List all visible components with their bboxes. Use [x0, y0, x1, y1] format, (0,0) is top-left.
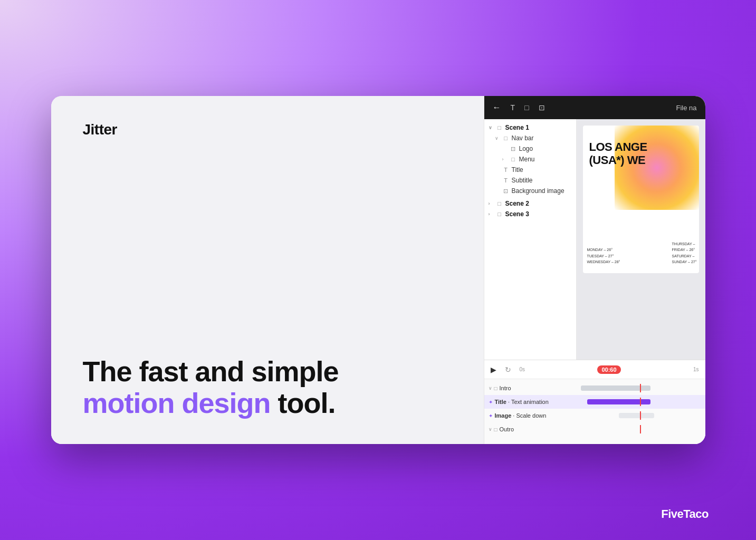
playhead	[640, 425, 641, 433]
canvas-gradient	[615, 126, 699, 210]
chevron-icon: ›	[502, 157, 508, 162]
canvas-preview: LOS ANGE(USA*) WE MONDAY – 26°TUESDAY – …	[583, 126, 699, 273]
time-marker-end: 1s	[693, 367, 699, 372]
tagline-line1: The fast and simple	[83, 356, 452, 387]
filename-label: File na	[676, 104, 696, 112]
play-button[interactable]: ▶	[491, 365, 496, 374]
layer-logo[interactable]: › ⊡ Logo	[484, 143, 576, 154]
layer-label: Scene 1	[505, 124, 529, 131]
tagline-purple: motion design	[83, 387, 271, 419]
app-logo: Jitter	[83, 121, 452, 138]
timeline-tracks: ∨ □ Intro ✦ Title · Text animation	[484, 379, 705, 444]
image-icon: ⊡	[510, 146, 517, 152]
canvas-schedule-left: MONDAY – 26°TUESDAY – 27°WEDNESDAY – 28°	[587, 247, 620, 265]
app-toolbar: ← T □ ⊡ File na	[484, 96, 705, 119]
rect-tool[interactable]: □	[524, 103, 529, 112]
layer-label: Nav bar	[512, 134, 534, 142]
timeline-controls: ▶ ↻ 0s 00:60 1s	[484, 360, 705, 379]
spark-icon: ✦	[489, 399, 493, 405]
image-tool[interactable]: ⊡	[539, 103, 545, 112]
back-button[interactable]: ←	[493, 103, 501, 112]
canvas-schedule-right: THURSDAY –FRIDAY – 26°SATURDAY –SUNDAY –…	[672, 241, 697, 265]
canvas-title: LOS ANGE(USA*) WE	[589, 140, 647, 167]
track-title-timeline	[575, 398, 701, 406]
frame-icon: □	[510, 156, 517, 162]
track-image-label: ✦ Image · Scale down	[489, 412, 570, 419]
track-title-label: ✦ Title · Text animation	[489, 399, 570, 405]
track-title-animation[interactable]: ✦ Title · Text animation	[484, 395, 705, 409]
layer-navbar[interactable]: ∨ □ Nav bar	[484, 133, 576, 143]
image-icon: ⊡	[502, 188, 510, 195]
app-main: ∨ □ Scene 1 ∨ □ Nav bar › ⊡ Logo	[484, 119, 705, 360]
chevron-icon: ∨	[489, 427, 492, 432]
track-image-animation[interactable]: ✦ Image · Scale down	[484, 409, 705, 422]
chevron-icon: ∨	[495, 136, 500, 141]
text-tool[interactable]: T	[511, 103, 515, 112]
layer-label: Background image	[512, 187, 564, 195]
tagline-black: tool.	[270, 387, 335, 419]
brand-taco: Taco	[683, 507, 709, 520]
playhead	[640, 398, 641, 406]
track-image-bar	[619, 413, 654, 418]
frame-icon: □	[496, 124, 503, 131]
chevron-icon: ›	[489, 211, 494, 217]
chevron-icon: ∨	[489, 385, 492, 391]
track-outro-timeline	[575, 425, 701, 433]
brand-five: Five	[661, 507, 683, 520]
frame-icon: □	[494, 427, 497, 432]
layer-label: Scene 3	[505, 210, 529, 218]
app-panel: ← T □ ⊡ File na ∨ □ Scene 1 ∨ □	[484, 96, 705, 444]
layer-scene3[interactable]: › □ Scene 3	[484, 209, 576, 219]
frame-icon: □	[494, 385, 497, 391]
layer-label: Menu	[519, 156, 535, 163]
timeline-ruler: 0s 00:60 1s	[520, 365, 699, 374]
frame-icon: □	[496, 200, 503, 207]
fivetaco-branding: FiveTaco	[661, 507, 709, 521]
track-intro-label: ∨ □ Intro	[489, 385, 570, 391]
layer-subtitle[interactable]: › T Subtitle	[484, 175, 576, 186]
timeline-panel: ▶ ↻ 0s 00:60 1s ∨ □ Intro	[484, 360, 705, 444]
tagline: The fast and simple motion design tool.	[83, 356, 452, 419]
canvas-area: LOS ANGE(USA*) WE MONDAY – 26°TUESDAY – …	[577, 119, 705, 360]
layer-scene1[interactable]: ∨ □ Scene 1	[484, 122, 576, 133]
chevron-icon: ›	[489, 201, 494, 206]
playhead	[640, 384, 641, 392]
track-outro-label: ∨ □ Outro	[489, 426, 570, 432]
time-marker-start: 0s	[520, 367, 525, 372]
tagline-line2: motion design tool.	[83, 388, 452, 419]
frame-icon: □	[496, 211, 503, 217]
layer-scene2[interactable]: › □ Scene 2	[484, 198, 576, 209]
chevron-icon: ∨	[489, 125, 494, 130]
text-icon: T	[502, 177, 510, 184]
layer-label: Subtitle	[512, 177, 533, 184]
left-panel: Jitter The fast and simple motion design…	[51, 96, 484, 444]
current-time-badge: 00:60	[597, 365, 620, 374]
layer-label: Scene 2	[505, 200, 529, 207]
track-outro[interactable]: ∨ □ Outro	[484, 422, 705, 436]
frame-icon: □	[502, 135, 510, 141]
playhead	[640, 411, 641, 420]
text-icon: T	[502, 167, 510, 173]
layer-background-image[interactable]: › ⊡ Background image	[484, 186, 576, 196]
track-intro[interactable]: ∨ □ Intro	[484, 381, 705, 395]
main-card: Jitter The fast and simple motion design…	[51, 96, 705, 444]
layer-menu[interactable]: › □ Menu	[484, 154, 576, 165]
layers-panel: ∨ □ Scene 1 ∨ □ Nav bar › ⊡ Logo	[484, 119, 577, 360]
loop-button[interactable]: ↻	[505, 365, 511, 374]
layer-label: Title	[512, 166, 523, 173]
layer-title[interactable]: › T Title	[484, 165, 576, 175]
track-intro-timeline	[575, 384, 701, 392]
layer-label: Logo	[519, 145, 533, 152]
track-image-timeline	[575, 411, 701, 420]
spark-icon: ✦	[489, 413, 493, 419]
